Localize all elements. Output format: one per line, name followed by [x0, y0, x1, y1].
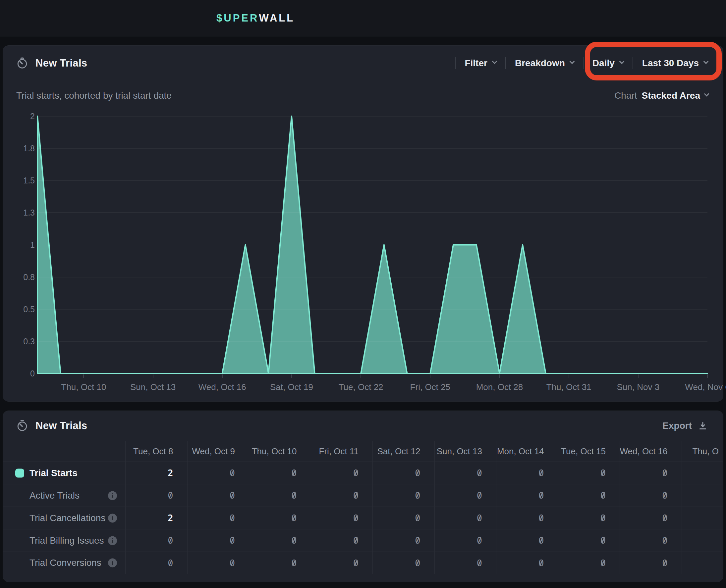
controls-divider: [455, 57, 456, 69]
export-button-label: Export: [662, 420, 692, 431]
value-cell: 0: [249, 552, 311, 574]
x-tick-mark: [707, 375, 708, 378]
row-label-cell: Trial Conversionsi: [3, 552, 125, 574]
cell-value: 0: [477, 536, 482, 546]
info-icon[interactable]: i: [108, 559, 117, 567]
value-cell: 0: [558, 507, 620, 529]
info-icon[interactable]: i: [108, 536, 117, 545]
value-cell: 0: [249, 484, 311, 507]
gridline: [37, 277, 707, 277]
plot-area[interactable]: [37, 116, 707, 374]
date-range-dropdown[interactable]: Last 30 Days: [642, 58, 708, 68]
x-tick-label: Thu, Oct 10: [61, 382, 106, 392]
value-cell: 0: [496, 462, 558, 484]
x-tick-mark: [430, 375, 430, 378]
table-row: Trial Conversionsi000000000: [3, 551, 723, 574]
value-cell: 0: [558, 484, 620, 507]
cell-value: 0: [600, 468, 606, 478]
value-cell: 0: [620, 529, 682, 551]
value-cell: 0: [372, 462, 435, 484]
cell-value: 0: [662, 490, 667, 501]
controls-divider: [632, 57, 633, 69]
chevron-down-icon: [619, 59, 625, 64]
chart-controls: Filter Breakdown Daily Last 30 Days: [446, 57, 708, 69]
y-tick-label: 1.3: [23, 208, 35, 217]
logo-text-primary: $UPER: [216, 12, 259, 24]
value-cell: 2: [125, 507, 187, 529]
x-tick-label: Mon, Oct 28: [476, 382, 523, 392]
table-row: Active Trialsi000000000: [3, 484, 723, 507]
x-tick-label: Fri, Oct 25: [410, 382, 450, 392]
cell-value: 0: [662, 536, 667, 546]
chevron-down-icon: [704, 91, 709, 96]
y-tick-label: 0.5: [23, 304, 35, 314]
value-cell: 0: [249, 462, 311, 484]
value-cell: 0: [311, 484, 373, 507]
value-cell: 0: [435, 484, 496, 507]
cell-value: 0: [353, 513, 359, 523]
row-label-cell: Trial Cancellationsi: [3, 507, 125, 529]
value-cell: 0: [187, 529, 249, 551]
value-cell: 0: [372, 507, 435, 529]
value-cell: 0: [558, 529, 620, 551]
x-tick-label: Tue, Oct 22: [339, 382, 383, 392]
column-header-label: Sun, Oct 13: [437, 446, 482, 457]
gridline: [37, 116, 707, 117]
cell-value: 0: [662, 468, 667, 478]
x-tick-label: Wed, Nov 6: [685, 382, 726, 392]
cell-value: 0: [291, 558, 297, 568]
cell-value: 0: [600, 490, 606, 501]
top-bar: $UPERWALL: [0, 0, 726, 37]
chart-type-dropdown[interactable]: Chart Stacked Area: [614, 90, 708, 101]
chart-card-title: New Trials: [36, 57, 87, 69]
row-label-cell: Active Trialsi: [3, 484, 125, 507]
cell-value: 0: [230, 536, 235, 546]
y-axis: 00.30.50.811.31.51.82: [3, 116, 35, 374]
value-cell: 0: [372, 552, 435, 574]
info-icon[interactable]: i: [108, 491, 117, 500]
table-header-cell-partial: Thu, O: [682, 441, 723, 462]
x-tick-mark: [638, 375, 639, 378]
row-label: Trial Cancellations: [29, 513, 105, 523]
cell-value: 0: [477, 468, 482, 478]
value-cell-partial: [682, 462, 723, 484]
value-cell: 0: [620, 552, 682, 574]
timer-icon: [16, 420, 28, 432]
cell-value: 0: [230, 558, 235, 568]
breakdown-dropdown[interactable]: Breakdown: [515, 58, 574, 68]
date-range-dropdown-label: Last 30 Days: [642, 58, 699, 68]
controls-divider: [583, 57, 584, 69]
column-header-label: Fri, Oct 11: [319, 446, 359, 457]
y-tick-label: 0.8: [23, 272, 35, 282]
cell-value: 0: [477, 513, 482, 523]
value-cell: 0: [558, 552, 620, 574]
cell-value: 2: [168, 468, 173, 478]
value-cell: 0: [311, 529, 373, 551]
table-header-cell: Wed, Oct 16: [620, 441, 682, 462]
cell-value: 0: [291, 490, 297, 501]
column-header-label: Sat, Oct 12: [377, 446, 420, 457]
cell-value: 0: [415, 558, 420, 568]
value-cell: 0: [249, 507, 311, 529]
y-tick-label: 1.8: [23, 144, 35, 153]
x-tick-label: Wed, Oct 16: [199, 382, 246, 392]
value-cell: 0: [125, 529, 187, 551]
cell-value: 0: [353, 468, 359, 478]
cell-value: 0: [600, 513, 606, 523]
export-button[interactable]: Export: [662, 420, 708, 431]
table-header-empty-cell: [3, 441, 125, 462]
column-header-label: Thu, Oct 10: [252, 446, 297, 457]
value-cell-partial: [682, 484, 723, 507]
row-label: Trial Conversions: [29, 558, 101, 568]
filter-dropdown[interactable]: Filter: [465, 58, 496, 68]
column-header-label: Mon, Oct 14: [497, 446, 544, 457]
table-header-cell: Fri, Oct 11: [311, 441, 373, 462]
x-tick-label: Thu, Oct 31: [546, 382, 591, 392]
value-cell: 0: [435, 552, 496, 574]
cell-value: 0: [600, 558, 606, 568]
value-cell: 0: [311, 462, 373, 484]
cell-value: 0: [662, 513, 667, 523]
cell-value: 0: [600, 536, 606, 546]
info-icon[interactable]: i: [108, 513, 117, 522]
granularity-dropdown[interactable]: Daily: [592, 58, 624, 68]
